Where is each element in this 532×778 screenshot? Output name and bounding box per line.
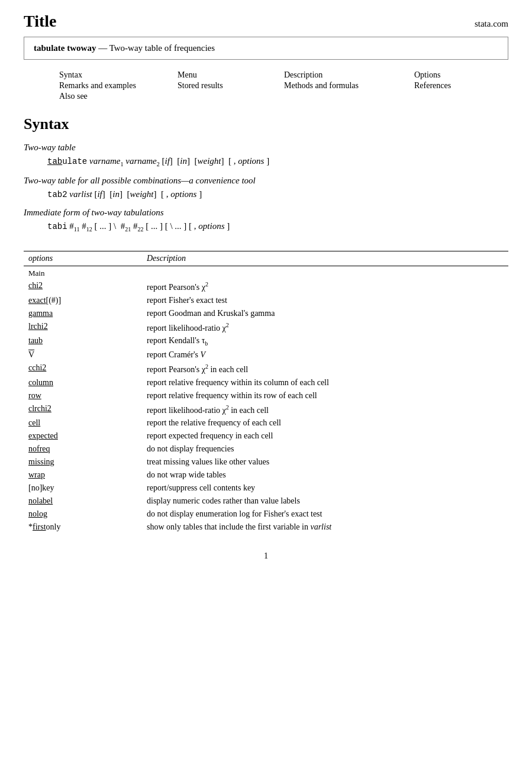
- table-row: clrchi2 report likelihood-ratio χ2 in ea…: [24, 402, 508, 417]
- varname1: varname: [89, 156, 121, 166]
- page-number: 1: [264, 551, 268, 560]
- nav-also-see[interactable]: Also see: [59, 92, 178, 101]
- desc-missing: treat missing values like other values: [142, 456, 508, 469]
- syntax-line-tab2: tab2 varlist [if] [in] [weight] [ , opti…: [47, 189, 508, 199]
- table-row: column report relative frequency within …: [24, 376, 508, 389]
- section-main-row: Main: [24, 266, 508, 280]
- stata-logo: stata.com: [475, 19, 508, 29]
- desc-clrchi2: report likelihood-ratio χ2 in each cell: [142, 402, 508, 417]
- table-row: row report relative frequency within its…: [24, 389, 508, 402]
- col-description-header: Description: [142, 251, 508, 266]
- desc-nolog: do not display enumeration log for Fishe…: [142, 508, 508, 521]
- desc-chi2: report Pearson's χ2: [142, 279, 508, 294]
- nav-links: Syntax Menu Description Options Remarks …: [59, 70, 473, 101]
- desc-V: report Cramér's V: [142, 348, 508, 361]
- option-nokey: [no]key: [24, 482, 142, 495]
- table-row: *firstonly show only tables that include…: [24, 521, 508, 534]
- option-row: row: [24, 389, 142, 402]
- desc-row: report relative frequency within its row…: [142, 389, 508, 402]
- desc-nolabel: display numeric codes rather than value …: [142, 495, 508, 508]
- desc-wrap: do not wrap wide tables: [142, 469, 508, 482]
- desc-exact: report Fisher's exact test: [142, 294, 508, 307]
- subsection-label-2: Two-way table for all possible combinati…: [24, 176, 508, 186]
- option-clrchi2: clrchi2: [24, 402, 142, 417]
- table-row: V report Cramér's V: [24, 348, 508, 361]
- table-row: chi2 report Pearson's χ2: [24, 279, 508, 294]
- option-chi2: chi2: [24, 279, 142, 294]
- table-row: lrchi2 report likelihood-ratio χ2: [24, 320, 508, 335]
- table-row: gamma report Goodman and Kruskal's gamma: [24, 307, 508, 320]
- tabi-args: #11 #12 [ ... ] \ #21 #22 [ ... ] [ \ ..…: [69, 221, 230, 231]
- option-nolabel: nolabel: [24, 495, 142, 508]
- title-separator: —: [98, 43, 107, 53]
- title-description: Two-way table of frequencies: [109, 43, 215, 53]
- cmd-tabulate-rest: ulate: [62, 157, 87, 166]
- option-taub: taub: [24, 334, 142, 348]
- tab2-rest: [if] [in] [weight] [ , options ]: [94, 189, 202, 199]
- option-cchi2: cchi2: [24, 361, 142, 376]
- cmd-tab2: tab2: [47, 190, 67, 199]
- cmd-tabulate: tab: [47, 157, 62, 166]
- options-table-header: options Description: [24, 251, 508, 266]
- nav-remarks[interactable]: Remarks and examples: [59, 81, 178, 91]
- option-nolog: nolog: [24, 508, 142, 521]
- table-row: cell report the relative frequency of ea…: [24, 417, 508, 430]
- desc-cell: report the relative frequency of each ce…: [142, 417, 508, 430]
- col-options-header: options: [24, 251, 142, 266]
- option-missing: missing: [24, 456, 142, 469]
- page-header: Title stata.com: [24, 12, 508, 31]
- option-wrap: wrap: [24, 469, 142, 482]
- syntax-tabulate-rest: [if] [in] [weight] [ , options ]: [162, 156, 269, 166]
- option-nofreq: nofreq: [24, 443, 142, 456]
- desc-expected: report expected frequency in each cell: [142, 430, 508, 443]
- section-syntax-title: Syntax: [24, 115, 508, 133]
- syntax-line-tabulate: tabulate varname1 varname2 [if] [in] [we…: [47, 156, 508, 167]
- option-lrchi2: lrchi2: [24, 320, 142, 335]
- table-row: nolabel display numeric codes rather tha…: [24, 495, 508, 508]
- nav-description[interactable]: Description: [284, 70, 414, 80]
- option-gamma: gamma: [24, 307, 142, 320]
- table-row: wrap do not wrap wide tables: [24, 469, 508, 482]
- desc-nofreq: do not display frequencies: [142, 443, 508, 456]
- table-row: cchi2 report Pearson's χ2 in each cell: [24, 361, 508, 376]
- table-row: expected report expected frequency in ea…: [24, 430, 508, 443]
- page-title: Title: [24, 12, 56, 31]
- option-V: V: [24, 348, 142, 361]
- varname2: varname: [125, 156, 157, 166]
- desc-gamma: report Goodman and Kruskal's gamma: [142, 307, 508, 320]
- title-command: tabulate twoway: [34, 43, 96, 53]
- table-row: [no]key report/suppress cell contents ke…: [24, 482, 508, 495]
- table-row: nofreq do not display frequencies: [24, 443, 508, 456]
- desc-column: report relative frequency within its col…: [142, 376, 508, 389]
- cmd-tabi: tabi: [47, 222, 67, 231]
- nav-references[interactable]: References: [414, 81, 509, 91]
- nav-menu[interactable]: Menu: [178, 70, 284, 80]
- page-footer: 1: [24, 551, 508, 561]
- table-row: nolog do not display enumeration log for…: [24, 508, 508, 521]
- nav-stored-results[interactable]: Stored results: [178, 81, 284, 91]
- table-row: taub report Kendall's τb: [24, 334, 508, 348]
- option-expected: expected: [24, 430, 142, 443]
- syntax-line-tabi: tabi #11 #12 [ ... ] \ #21 #22 [ ... ] […: [47, 221, 508, 233]
- section-main-label: Main: [24, 266, 142, 280]
- title-box: tabulate twoway — Two-way table of frequ…: [24, 37, 508, 60]
- options-table: options Description Main chi2 report Pea…: [24, 251, 508, 534]
- nav-syntax[interactable]: Syntax: [59, 70, 178, 80]
- table-row: missing treat missing values like other …: [24, 456, 508, 469]
- desc-taub: report Kendall's τb: [142, 334, 508, 348]
- option-cell: cell: [24, 417, 142, 430]
- subsection-label-3: Immediate form of two-way tabulations: [24, 208, 508, 218]
- option-column: column: [24, 376, 142, 389]
- desc-nokey: report/suppress cell contents key: [142, 482, 508, 495]
- table-row: exact[(#)] report Fisher's exact test: [24, 294, 508, 307]
- option-firstonly: *firstonly: [24, 521, 142, 534]
- desc-firstonly: show only tables that include the first …: [142, 521, 508, 534]
- nav-methods[interactable]: Methods and formulas: [284, 81, 414, 91]
- nav-options[interactable]: Options: [414, 70, 509, 80]
- subsection-label-1: Two-way table: [24, 143, 508, 153]
- desc-cchi2: report Pearson's χ2 in each cell: [142, 361, 508, 376]
- desc-lrchi2: report likelihood-ratio χ2: [142, 320, 508, 335]
- option-exact: exact[(#)]: [24, 294, 142, 307]
- tab2-varlist: varlist: [69, 189, 92, 199]
